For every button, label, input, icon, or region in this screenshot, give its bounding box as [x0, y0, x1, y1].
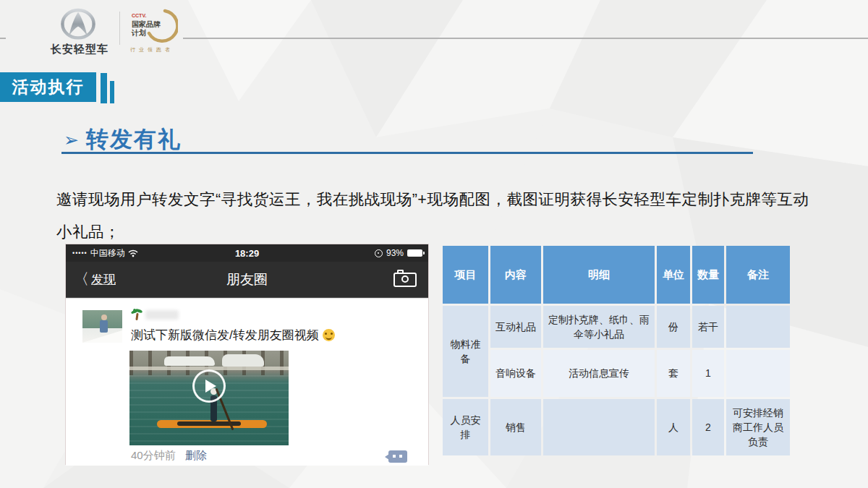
- heading-underline: [61, 152, 753, 154]
- cctv-label: CCTV.: [132, 13, 146, 18]
- table-cell: 定制扑克牌、纸巾、雨伞等小礼品: [543, 306, 655, 348]
- intro-paragraph: 邀请现场用户转发文字“寻找货运王，我在挑战现场”+现场配图，截图证明获得长安轻型…: [56, 184, 823, 249]
- col-header: 明细: [543, 246, 655, 304]
- delete-link[interactable]: 删除: [185, 449, 207, 463]
- boat-shape: [222, 354, 264, 367]
- post-timestamp: 40分钟前: [131, 449, 176, 463]
- slide-heading: ➢ 转发有礼: [64, 124, 182, 155]
- cctv-brand-logo: CCTV. 国家品牌 计划 行业领跑者: [130, 9, 181, 53]
- table-cell: [726, 306, 790, 348]
- table-cell: [543, 399, 655, 455]
- post-username[interactable]: [131, 308, 179, 321]
- play-icon[interactable]: [192, 369, 226, 403]
- slide: 长安轻型车 CCTV. 国家品牌 计划 行业领跑者 活动执行 ➢ 转发有礼 邀请…: [0, 0, 868, 488]
- post-text: 测试下新版微信发/转发朋友圈视频: [131, 327, 335, 343]
- phone-nav-bar: 〈 发现 朋友圈: [66, 262, 428, 298]
- boat-shape: [164, 356, 215, 366]
- category-cell: 人员安排: [443, 399, 488, 455]
- col-header: 单位: [657, 246, 690, 304]
- blurred-username: [145, 310, 179, 320]
- camera-icon[interactable]: [393, 273, 417, 287]
- table-cell: 音响设备: [490, 350, 541, 397]
- avatar[interactable]: [82, 310, 122, 343]
- materials-table: 项目 内容 明细 单位 数量 备注 物料准备 互动礼品 定制扑克牌、纸巾、雨伞等…: [443, 246, 790, 455]
- palm-tree-icon: [131, 309, 142, 320]
- avatar-person-head-shape: [101, 314, 107, 320]
- category-cell: 物料准备: [443, 306, 488, 397]
- col-header: 备注: [726, 246, 790, 304]
- table-cell: 销售: [490, 399, 541, 455]
- table-cell: 1: [692, 350, 724, 397]
- changan-logo-icon: [61, 7, 95, 45]
- table-cell: 人: [657, 399, 690, 455]
- table-cell: [726, 350, 790, 397]
- table-cell: 套: [657, 350, 690, 397]
- phone-status-bar: ••••• 中国移动 18:29 93%: [66, 244, 428, 262]
- brand-name: 长安轻型车: [45, 43, 114, 56]
- orientation-lock-icon: [375, 249, 383, 257]
- logo-divider: [119, 12, 120, 45]
- zany-face-icon: [323, 329, 335, 341]
- cctv-tagline: 行业领跑者: [130, 46, 174, 53]
- table-cell: 2: [692, 399, 724, 455]
- heading-title: 转发有礼: [86, 124, 182, 155]
- post-video-thumbnail[interactable]: [129, 351, 289, 445]
- section-badge: 活动执行: [0, 72, 96, 102]
- table-cell: 份: [657, 306, 690, 348]
- col-header: 项目: [443, 246, 488, 304]
- table-cell: 若干: [692, 306, 724, 348]
- top-divider-left: [0, 38, 6, 39]
- badge-accent-bar-2: [110, 81, 114, 103]
- wechat-moments-screenshot: ••••• 中国移动 18:29 93% 〈 发现 朋友圈: [65, 244, 429, 465]
- battery-percent: 93%: [386, 248, 404, 258]
- table-cell: 互动礼品: [490, 306, 541, 348]
- col-header: 数量: [692, 246, 724, 304]
- status-right: 93%: [375, 244, 422, 262]
- moments-feed: 测试下新版微信发/转发朋友圈视频 40分钟前 删除: [66, 298, 428, 466]
- top-divider-right: [183, 38, 868, 39]
- table-cell: 活动信息宣传: [543, 350, 655, 397]
- nav-title: 朋友圈: [66, 262, 428, 297]
- status-time: 18:29: [66, 244, 428, 262]
- badge-accent-bar-1: [101, 73, 107, 103]
- avatar-person-shape: [100, 320, 108, 333]
- table-cell: 可安排经销商工作人员负责: [726, 399, 790, 455]
- battery-icon: [407, 249, 422, 257]
- comment-bubble-icon[interactable]: [388, 450, 407, 463]
- col-header: 内容: [490, 246, 541, 304]
- arrow-bullet-icon: ➢: [64, 131, 79, 149]
- cctv-program-line2: 计划: [132, 28, 146, 38]
